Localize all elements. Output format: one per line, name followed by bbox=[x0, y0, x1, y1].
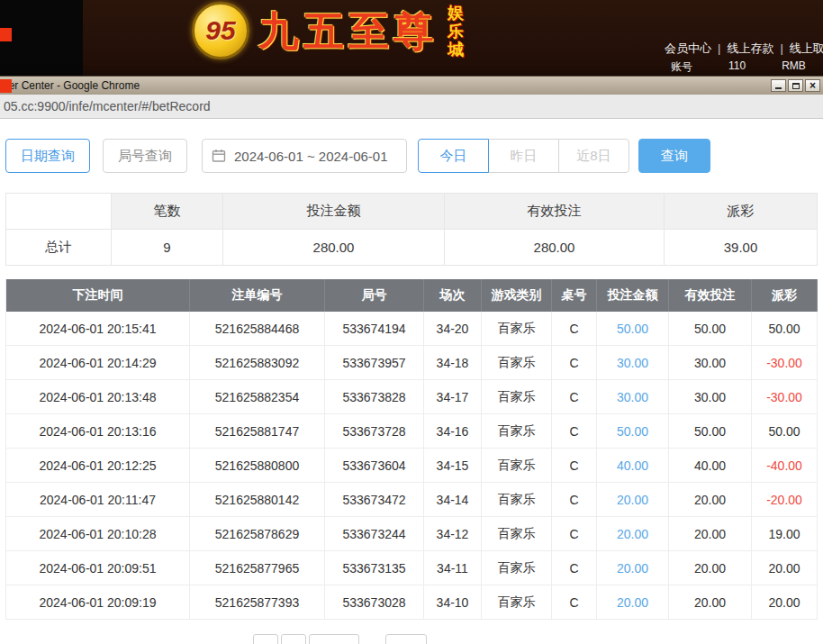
round-query-tab[interactable]: 局号查询 bbox=[103, 139, 187, 173]
cell-amount[interactable]: 20.00 bbox=[597, 483, 669, 517]
cell-valid: 20.00 bbox=[669, 517, 752, 551]
account-balance: 110 bbox=[728, 59, 746, 75]
cell-round: 533673135 bbox=[325, 551, 424, 585]
cell-valid: 50.00 bbox=[669, 414, 752, 449]
summary-header-payout: 派彩 bbox=[665, 194, 818, 230]
cell-round: 533673728 bbox=[325, 414, 424, 449]
cell-valid: 20.00 bbox=[669, 551, 752, 585]
url-bar[interactable]: 05.cc:9900/infe/mcenter/#/betRecord bbox=[0, 95, 823, 119]
nav-member-center[interactable]: 会员中心 bbox=[665, 41, 711, 55]
date-range-picker[interactable]: 2024-06-01 ~ 2024-06-01 bbox=[202, 139, 407, 173]
maximize-icon bbox=[792, 83, 800, 89]
cell-session: 34-17 bbox=[424, 380, 482, 414]
cell-time: 2024-06-01 20:13:48 bbox=[6, 380, 190, 414]
screen: 95 九五至尊 娱 乐 城 会员中心|线上存款|线上取款 账号 110 RMB … bbox=[0, 0, 823, 644]
cell-time: 2024-06-01 20:13:16 bbox=[6, 414, 190, 449]
table-row: 2024-06-01 20:10:28521625878629533673244… bbox=[6, 517, 818, 551]
summary-payout-value: 39.00 bbox=[665, 230, 818, 266]
cell-round: 533673604 bbox=[325, 449, 424, 483]
cell-session: 34-16 bbox=[424, 414, 482, 449]
cell-round: 533674194 bbox=[325, 312, 424, 346]
cell-amount[interactable]: 30.00 bbox=[597, 380, 669, 414]
cell-session: 34-18 bbox=[424, 346, 482, 380]
cell-game: 百家乐 bbox=[482, 551, 552, 585]
page-size-select[interactable] bbox=[385, 634, 427, 644]
pagination-prev-button[interactable] bbox=[253, 634, 278, 644]
top-nav: 会员中心|线上存款|线上取款 bbox=[665, 41, 823, 57]
cell-session: 34-11 bbox=[424, 551, 482, 585]
date-query-tab[interactable]: 日期查询 bbox=[5, 139, 90, 173]
logo-subtitle: 娱 乐 城 bbox=[448, 4, 464, 59]
maximize-button[interactable] bbox=[788, 79, 803, 92]
table-row: 2024-06-01 20:09:51521625877965533673135… bbox=[6, 551, 818, 585]
cell-amount[interactable]: 20.00 bbox=[597, 551, 669, 585]
summary-total-label: 总计 bbox=[6, 230, 112, 266]
summary-bet-amount-value: 280.00 bbox=[223, 230, 445, 266]
cell-valid: 30.00 bbox=[669, 380, 752, 414]
cell-game: 百家乐 bbox=[482, 517, 552, 551]
bet-record-table: 下注时间注单编号局号场次游戏类别桌号投注金额有效投注派彩 2024-06-01 … bbox=[5, 279, 818, 620]
cell-game: 百家乐 bbox=[482, 585, 552, 620]
last-8-days-button[interactable]: 近8日 bbox=[558, 139, 629, 173]
nav-deposit[interactable]: 线上存款 bbox=[727, 41, 773, 55]
cell-session: 34-12 bbox=[424, 517, 482, 551]
cell-bet_id: 521625877965 bbox=[190, 551, 325, 585]
header-time: 下注时间 bbox=[6, 279, 190, 312]
header-amount: 投注金额 bbox=[597, 279, 669, 312]
cell-table_no: C bbox=[552, 483, 597, 517]
search-button[interactable]: 查询 bbox=[638, 139, 710, 173]
header-table_no: 桌号 bbox=[552, 279, 597, 312]
cell-bet_id: 521625878629 bbox=[190, 517, 325, 551]
pagination-page-button[interactable] bbox=[281, 634, 306, 644]
cell-amount[interactable]: 40.00 bbox=[597, 449, 669, 483]
site-logo: 95 九五至尊 娱 乐 城 bbox=[192, 2, 464, 59]
header-payout: 派彩 bbox=[752, 279, 818, 312]
logo-coin-number: 95 bbox=[205, 15, 235, 46]
window-title-bar[interactable]: ber Center - Google Chrome × bbox=[0, 77, 823, 95]
cell-amount[interactable]: 20.00 bbox=[597, 517, 669, 551]
summary-valid-bet-value: 280.00 bbox=[445, 230, 665, 266]
account-row: 账号 110 RMB bbox=[671, 59, 806, 75]
cell-game: 百家乐 bbox=[482, 449, 552, 483]
cell-valid: 50.00 bbox=[669, 312, 752, 346]
cell-amount[interactable]: 30.00 bbox=[597, 346, 669, 380]
cell-payout: 50.00 bbox=[752, 312, 818, 346]
cell-time: 2024-06-01 20:10:28 bbox=[6, 517, 190, 551]
nav-separator: | bbox=[718, 41, 720, 55]
close-button[interactable]: × bbox=[805, 79, 820, 92]
cell-time: 2024-06-01 20:09:51 bbox=[6, 551, 190, 585]
header-round: 局号 bbox=[325, 279, 424, 312]
filter-bar: 日期查询 局号查询 2024-06-01 ~ 2024-06-01 今日 昨日 … bbox=[5, 139, 818, 173]
cell-round: 533673244 bbox=[325, 517, 424, 551]
summary-count-value: 9 bbox=[112, 230, 223, 266]
cell-bet_id: 521625877393 bbox=[190, 585, 325, 620]
pagination-next-button[interactable] bbox=[309, 634, 359, 644]
summary-header-count: 笔数 bbox=[112, 194, 223, 230]
cell-table_no: C bbox=[552, 449, 597, 483]
cell-table_no: C bbox=[552, 380, 597, 414]
yesterday-button[interactable]: 昨日 bbox=[488, 139, 559, 173]
cell-amount[interactable]: 20.00 bbox=[597, 585, 669, 620]
cell-amount[interactable]: 50.00 bbox=[597, 312, 669, 346]
cell-table_no: C bbox=[552, 585, 597, 620]
cell-round: 533673472 bbox=[325, 483, 424, 517]
cell-game: 百家乐 bbox=[482, 312, 552, 346]
date-range-value: 2024-06-01 ~ 2024-06-01 bbox=[234, 149, 388, 164]
account-label: 账号 bbox=[671, 59, 692, 75]
cell-valid: 40.00 bbox=[669, 449, 752, 483]
today-button[interactable]: 今日 bbox=[418, 139, 489, 173]
page-content: 日期查询 局号查询 2024-06-01 ~ 2024-06-01 今日 昨日 … bbox=[0, 119, 823, 644]
nav-withdraw[interactable]: 线上取款 bbox=[790, 41, 823, 55]
red-marker-window bbox=[0, 79, 12, 93]
header-game: 游戏类别 bbox=[482, 279, 552, 312]
cell-time: 2024-06-01 20:14:29 bbox=[6, 346, 190, 380]
logo-subtitle-char: 娱 bbox=[448, 4, 464, 23]
minimize-button[interactable] bbox=[771, 79, 786, 92]
table-row: 2024-06-01 20:14:29521625883092533673957… bbox=[6, 346, 818, 380]
browser-window: ber Center - Google Chrome × 05.cc:9900/… bbox=[0, 76, 823, 644]
cell-amount[interactable]: 50.00 bbox=[597, 414, 669, 449]
pagination bbox=[253, 634, 430, 644]
cell-time: 2024-06-01 20:09:19 bbox=[6, 585, 190, 620]
cell-bet_id: 521625880142 bbox=[190, 483, 325, 517]
cell-table_no: C bbox=[552, 551, 597, 585]
